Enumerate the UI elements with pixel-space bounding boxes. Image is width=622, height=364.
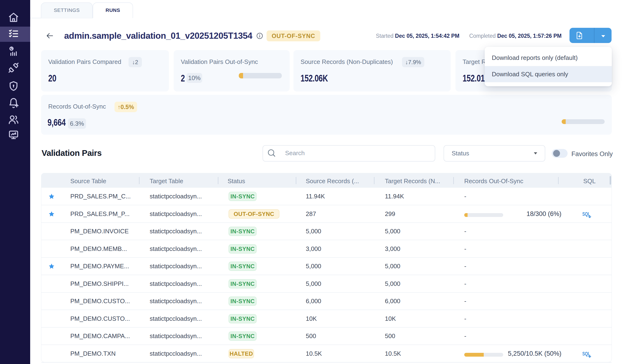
svg-text:SQL: SQL	[582, 351, 590, 357]
svg-text:SQL: SQL	[582, 211, 590, 217]
